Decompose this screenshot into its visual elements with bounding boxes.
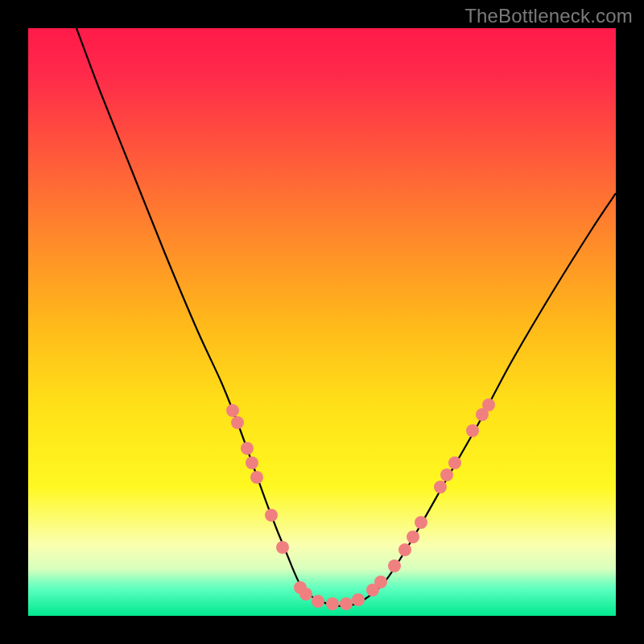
curve-marker [312,595,324,608]
bottleneck-curve-path [76,28,616,606]
curve-marker [326,597,339,610]
curve-marker [299,588,312,601]
chart-frame: TheBottleneck.com [0,0,644,644]
plot-area [28,28,616,616]
curve-marker [398,543,411,556]
watermark-text: TheBottleneck.com [464,5,633,27]
curve-marker [388,559,401,572]
curve-marker [407,530,419,543]
curve-marker [241,442,254,455]
curve-marker [448,456,461,469]
curve-marker [340,597,353,610]
curve-marker [374,576,387,588]
bottleneck-curve-svg [28,28,616,616]
curve-marker [246,456,258,469]
curve-marker [265,509,278,522]
curve-marker [250,471,263,484]
curve-marker [226,404,239,417]
curve-marker [415,516,427,529]
curve-marker [352,593,365,606]
curve-marker [434,481,447,493]
curve-marker [466,424,479,437]
curve-marker [276,541,289,554]
curve-marker [231,416,244,429]
curve-marker [482,398,495,411]
curve-marker [440,469,453,481]
